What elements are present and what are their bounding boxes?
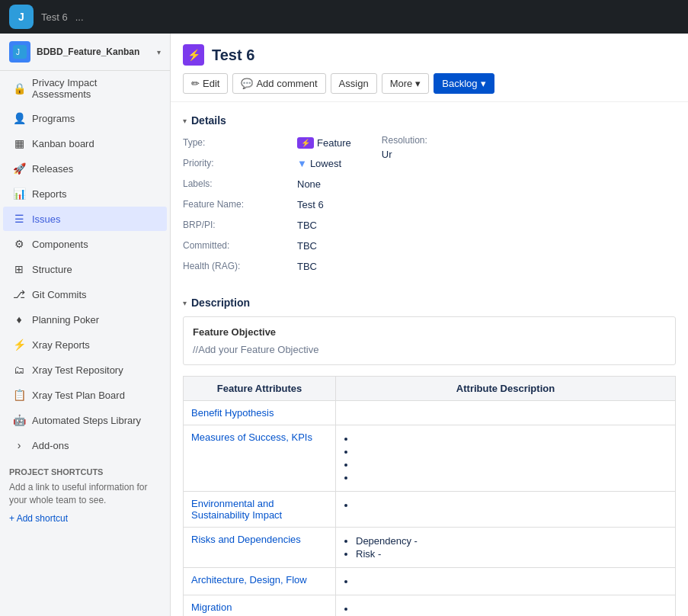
table-row: Architecture, Design, Flow — [184, 568, 676, 595]
sidebar-label-programs: Programs — [32, 113, 75, 124]
backlog-button[interactable]: Backlog ▾ — [434, 73, 494, 94]
add-comment-button[interactable]: 💬 Add comment — [232, 73, 325, 94]
edit-button[interactable]: ✏ Edit — [183, 73, 228, 94]
resolution-label: Resolution: — [382, 132, 427, 149]
resolution-area: Resolution: Ur — [382, 134, 427, 281]
sidebar-item-auto-steps[interactable]: 🤖Automated Steps Library — [3, 408, 167, 432]
sidebar-icon-structure: ⊞ — [12, 262, 26, 276]
committed-label: Committed: — [183, 237, 290, 255]
svg-rect-0 — [13, 45, 27, 59]
sidebar-icon-auto-steps: 🤖 — [12, 413, 26, 427]
details-section-header[interactable]: ▾ Details — [183, 114, 676, 127]
top-bar: J Test 6 ... — [0, 0, 688, 34]
assign-button[interactable]: Assign — [331, 73, 377, 94]
sidebar-icon-privacy: 🔒 — [12, 82, 26, 95]
sidebar-label-releases: Releases — [32, 163, 73, 175]
brp-pi-label: BRP/PI: — [183, 217, 290, 234]
description-cell: Dependency -Risk - — [336, 528, 676, 568]
bullet-item — [356, 472, 667, 483]
sidebar-label-xray-reports: Xray Reports — [32, 339, 90, 351]
sidebar-item-structure[interactable]: ⊞Structure — [3, 257, 167, 281]
sidebar-project[interactable]: J BDBD_Feature_Kanban ▾ — [0, 34, 170, 71]
description-box-title: Feature Objective — [193, 326, 666, 338]
bullet-item — [356, 446, 667, 457]
sidebar-item-issues[interactable]: ☰Issues — [3, 207, 167, 231]
table-row: Risks and DependenciesDependency -Risk - — [184, 528, 676, 568]
issue-title-row: ⚡ Test 6 — [183, 44, 676, 66]
sidebar-icon-kanban: ▦ — [12, 136, 26, 150]
description-section-title: Description — [191, 297, 250, 309]
issue-type-icon: ⚡ — [183, 44, 204, 66]
sidebar-item-planning-poker[interactable]: ♦Planning Poker — [3, 307, 167, 332]
bullet-item: Risk - — [356, 548, 667, 560]
bullet-item — [356, 459, 667, 470]
sidebar-item-programs[interactable]: 👤Programs — [3, 106, 167, 130]
details-section: ▾ Details Type: ⚡ Feature Priority: ▼ Lo — [183, 114, 676, 281]
description-section-header[interactable]: ▾ Description — [183, 297, 676, 309]
bullet-item — [356, 576, 667, 587]
sidebar-label-planning-poker: Planning Poker — [32, 314, 99, 326]
content-header: ⚡ Test 6 ✏ Edit 💬 Add comment Assign Mor… — [171, 34, 688, 102]
sidebar-item-xray-test-repo[interactable]: 🗂Xray Test Repository — [3, 358, 167, 382]
committed-value: TBC — [297, 237, 351, 255]
sidebar-item-addons[interactable]: ›Add-ons — [3, 433, 167, 457]
health-value: TBC — [297, 258, 351, 275]
svg-text:J: J — [16, 48, 20, 56]
labels-label: Labels: — [183, 175, 290, 193]
shortcuts-desc: Add a link to useful information for you… — [9, 481, 161, 507]
backlog-chevron-icon: ▾ — [481, 78, 486, 89]
sidebar-item-git-commits[interactable]: ⎇Git Commits — [3, 282, 167, 306]
more-chevron-icon: ▾ — [415, 78, 421, 89]
app-logo[interactable]: J — [9, 5, 34, 29]
description-cell — [336, 492, 676, 528]
sidebar-label-privacy: Privacy Impact Assessments — [32, 77, 158, 100]
sidebar-label-issues: Issues — [32, 213, 61, 225]
attribute-cell: Environmental and Sustainability Impact — [184, 492, 336, 528]
top-bar-project: Test 6 — [41, 11, 68, 23]
sidebar-icon-planning-poker: ♦ — [12, 313, 26, 326]
sidebar-item-kanban[interactable]: ▦Kanban board — [3, 131, 167, 156]
add-shortcut-link[interactable]: + Add shortcut — [9, 513, 161, 524]
description-cell — [336, 595, 676, 617]
sidebar-item-xray-test-plan[interactable]: 📋Xray Test Plan Board — [3, 383, 167, 407]
type-value: ⚡ Feature — [297, 134, 351, 152]
sidebar-item-releases[interactable]: 🚀Releases — [3, 156, 167, 181]
sidebar-item-xray-reports[interactable]: ⚡Xray Reports — [3, 332, 167, 357]
details-chevron-icon: ▾ — [183, 117, 187, 125]
description-cell — [336, 425, 676, 492]
shortcuts-label: PROJECT SHORTCUTS — [9, 467, 161, 476]
sidebar-label-structure: Structure — [32, 264, 72, 275]
table-row: Benefit Hypothesis — [184, 401, 676, 425]
sidebar-label-addons: Add-ons — [32, 440, 69, 451]
description-box: Feature Objective //Add your Feature Obj… — [183, 316, 676, 365]
sidebar-label-components: Components — [32, 239, 88, 250]
description-cell — [336, 568, 676, 595]
project-icon: J — [9, 41, 30, 63]
feature-badge: ⚡ — [297, 137, 314, 149]
description-chevron-icon: ▾ — [183, 299, 187, 307]
edit-icon: ✏ — [191, 78, 200, 89]
sidebar-item-reports[interactable]: 📊Reports — [3, 181, 167, 206]
sidebar: J BDBD_Feature_Kanban ▾ 🔒Privacy Impact … — [0, 34, 171, 616]
sidebar-label-reports: Reports — [32, 188, 67, 200]
table-row: Migration — [184, 595, 676, 617]
sidebar-label-auto-steps: Automated Steps Library — [32, 415, 141, 426]
issue-title: Test 6 — [212, 47, 254, 64]
priority-value: ▼ Lowest — [297, 155, 351, 172]
sidebar-item-components[interactable]: ⚙Components — [3, 232, 167, 256]
attribute-cell: Benefit Hypothesis — [184, 401, 336, 425]
table-row: Measures of Success, KPIs — [184, 425, 676, 492]
bullet-item — [356, 433, 667, 444]
brp-pi-value: TBC — [297, 217, 351, 234]
feature-attributes-table: Feature Attributes Attribute Description… — [183, 376, 676, 616]
sidebar-label-kanban: Kanban board — [32, 138, 94, 149]
feature-name-value: Test 6 — [297, 196, 351, 213]
sidebar-icon-xray-test-plan: 📋 — [12, 388, 26, 402]
top-bar-dots: ... — [75, 11, 84, 23]
sidebar-nav: 🔒Privacy Impact Assessments👤Programs▦Kan… — [0, 72, 170, 457]
details-grid: Type: ⚡ Feature Priority: ▼ Lowest Label… — [183, 134, 351, 275]
sidebar-item-privacy[interactable]: 🔒Privacy Impact Assessments — [3, 72, 167, 105]
sidebar-shortcuts: PROJECT SHORTCUTS Add a link to useful i… — [0, 458, 170, 533]
more-button[interactable]: More ▾ — [382, 73, 430, 94]
priority-label: Priority: — [183, 155, 290, 172]
